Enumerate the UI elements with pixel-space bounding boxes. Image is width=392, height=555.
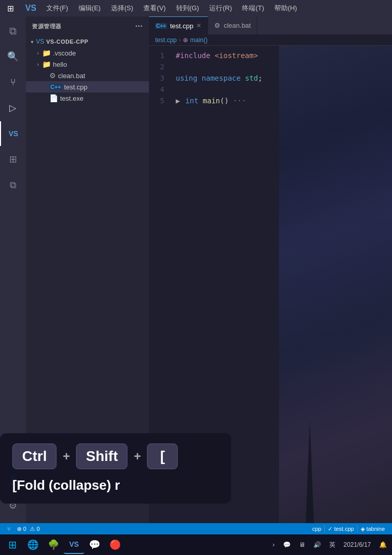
activity-explorer[interactable]: ⧉ xyxy=(0,18,26,43)
fold-arrow-icon[interactable]: ▶ xyxy=(176,95,184,106)
taskbar-vscode-icon: VS xyxy=(69,540,79,548)
status-errors[interactable]: ⊗ 0 ⚠ 0 xyxy=(14,523,43,534)
folder-icon: VS xyxy=(36,38,44,45)
sidebar-more-icon[interactable]: ··· xyxy=(135,22,143,31)
taskbar-red[interactable]: 🔴 xyxy=(105,535,125,554)
activity-copy2[interactable]: ⧉ xyxy=(0,173,26,197)
header-iostream: <iostream> xyxy=(215,50,258,61)
shortcut-overlay: Ctrl + Shift + [ [Fold (collapse) r xyxy=(0,433,231,504)
code-line-5: ▶ int main() ··· xyxy=(176,95,386,106)
line-num-5: 5 xyxy=(149,95,164,106)
tree-item-testcpp[interactable]: C++ test.cpp xyxy=(26,81,149,92)
vscode-icon: VS xyxy=(21,0,41,16)
exe-file-icon: 📄 xyxy=(49,94,58,102)
breadcrumb-scope-icon: ⊕ xyxy=(183,36,188,44)
status-tabnine[interactable]: ◈ tabnine xyxy=(358,523,388,534)
key-plus-2: + xyxy=(134,449,141,464)
tab-cpp-icon: C++ xyxy=(155,23,167,29)
vscode-active-icon: VS xyxy=(9,130,18,138)
volume-icon: 🔊 xyxy=(313,541,321,548)
sidebar-header: 资源管理器 ··· xyxy=(26,16,149,36)
taskbar-vscode[interactable]: VS xyxy=(64,535,84,554)
status-check[interactable]: ✓ test.cpp xyxy=(325,523,357,534)
menu-run[interactable]: 运行(R) xyxy=(204,0,237,16)
tab-cleanbat-label: clean.bat xyxy=(223,22,251,29)
menu-view[interactable]: 查看(V) xyxy=(138,0,171,16)
activity-run[interactable]: ▷ xyxy=(0,96,26,120)
tree-item-testexe[interactable]: 📄 test.exe xyxy=(26,92,149,104)
taskbar-notify[interactable]: 🔔 xyxy=(376,535,390,554)
taskbar-tree[interactable]: 🌳 xyxy=(43,535,64,554)
taskbar-monitor[interactable]: 🖥 xyxy=(296,535,308,554)
activity-extensions[interactable]: ⊞ xyxy=(0,147,26,172)
check-label: test.cpp xyxy=(334,526,354,532)
status-right: cpp ✓ test.cpp ◈ tabnine xyxy=(309,523,388,534)
taskbar-edge[interactable]: 🌐 xyxy=(23,535,43,554)
code-line-1: #include <iostream> xyxy=(176,50,386,61)
tab-cleanbat[interactable]: ⚙ clean.bat xyxy=(208,16,257,34)
taskbar-start[interactable]: ⊞ xyxy=(2,535,23,554)
menu-terminal[interactable]: 终端(T) xyxy=(237,0,269,16)
windows-start-icon[interactable]: ⊞ xyxy=(0,0,21,16)
taskbar-language[interactable]: 英 xyxy=(326,535,339,554)
wechat-tray-icon: 💬 xyxy=(283,541,291,548)
func-main: main xyxy=(203,95,220,106)
menu-help[interactable]: 帮助(H) xyxy=(269,0,302,16)
menu-edit[interactable]: 编辑(E) xyxy=(73,0,106,16)
code-line-3: using namespace std; xyxy=(176,72,386,84)
taskbar-arrow[interactable]: › xyxy=(270,535,278,554)
warning-icon: ⚠ xyxy=(30,526,35,532)
tree-item-hello[interactable]: › 📁 hello xyxy=(26,59,149,70)
tabnine-icon: ◈ xyxy=(361,526,365,532)
tree-item-vscode[interactable]: › 📁 .vscode xyxy=(26,47,149,59)
arrow-icon-hello: › xyxy=(34,62,42,67)
breadcrumb-sep: › xyxy=(179,36,181,44)
taskbar-wechat[interactable]: 💬 xyxy=(84,535,105,554)
error-icon: ⊗ xyxy=(17,526,22,532)
git-icon: ⑂ xyxy=(10,77,16,88)
activity-vscode[interactable]: VS xyxy=(0,121,26,146)
shortcut-keys-row: Ctrl + Shift + [ xyxy=(12,443,219,469)
shortcut-desc-row: [Fold (collapse) r xyxy=(12,477,219,493)
tab-testcpp[interactable]: C++ test.cpp ✕ xyxy=(149,16,208,34)
hello-folder-icon: 📁 xyxy=(42,60,51,68)
titlebar: ⊞ VS 文件(F) 编辑(E) 选择(S) 查看(V) 转到(G) 运行(R)… xyxy=(0,0,392,16)
keyword-using: using xyxy=(176,72,202,84)
extensions-icon: ⊞ xyxy=(9,154,17,165)
arrow-icon: ▾ xyxy=(28,39,36,45)
shortcut-description: [Fold (collapse) r xyxy=(12,477,120,493)
status-lang-label: cpp xyxy=(312,526,322,532)
menu-select[interactable]: 选择(S) xyxy=(106,0,138,16)
bat-file-icon: ⚙ xyxy=(49,71,56,80)
menu-goto[interactable]: 转到(G) xyxy=(171,0,204,16)
status-branch[interactable]: ⑂ xyxy=(4,523,14,534)
taskbar: ⊞ 🌐 🌳 VS 💬 🔴 › 💬 🖥 🔊 英 2021/6/17 🔔 xyxy=(0,534,392,555)
taskbar-red-icon: 🔴 xyxy=(109,539,121,550)
menu-file[interactable]: 文件(F) xyxy=(41,0,73,16)
tabs-bar: C++ test.cpp ✕ ⚙ clean.bat xyxy=(149,16,392,34)
tree-item-vs-code-cpp[interactable]: ▾ VS VS-CODE-CPP xyxy=(26,36,149,47)
activity-search[interactable]: 🔍 xyxy=(0,44,26,69)
keyword-std: std xyxy=(245,72,258,84)
fold-dots: ··· xyxy=(233,95,246,106)
tree-label-cleanbat: clean.bat xyxy=(58,72,149,80)
check-icon: ✓ xyxy=(328,526,332,532)
activity-git[interactable]: ⑂ xyxy=(0,70,26,95)
code-line-2 xyxy=(176,61,386,72)
tree-label-vscode: .vscode xyxy=(53,49,149,57)
taskbar-wechat-tray[interactable]: 💬 xyxy=(280,535,294,554)
taskbar-volume[interactable]: 🔊 xyxy=(310,535,324,554)
line-num-2: 2 xyxy=(149,61,164,72)
breadcrumb-scope: main() xyxy=(190,36,208,44)
arrow-icon-vscode: › xyxy=(34,50,42,56)
taskbar-datetime[interactable]: 2021/6/17 xyxy=(341,535,374,554)
tabnine-label: tabnine xyxy=(366,526,385,532)
status-bar: ⑂ ⊗ 0 ⚠ 0 cpp ✓ test.cpp ◈ tabnine xyxy=(0,523,392,534)
tab-testcpp-close[interactable]: ✕ xyxy=(196,22,201,29)
tree-item-cleanbat[interactable]: ⚙ clean.bat xyxy=(26,70,149,81)
tab-bat-icon: ⚙ xyxy=(214,22,220,29)
status-lang[interactable]: cpp xyxy=(309,523,325,534)
tree-label-testcpp: test.cpp xyxy=(64,83,149,91)
breadcrumb-file: test.cpp xyxy=(155,36,177,44)
keyword-include: #include xyxy=(176,50,215,61)
